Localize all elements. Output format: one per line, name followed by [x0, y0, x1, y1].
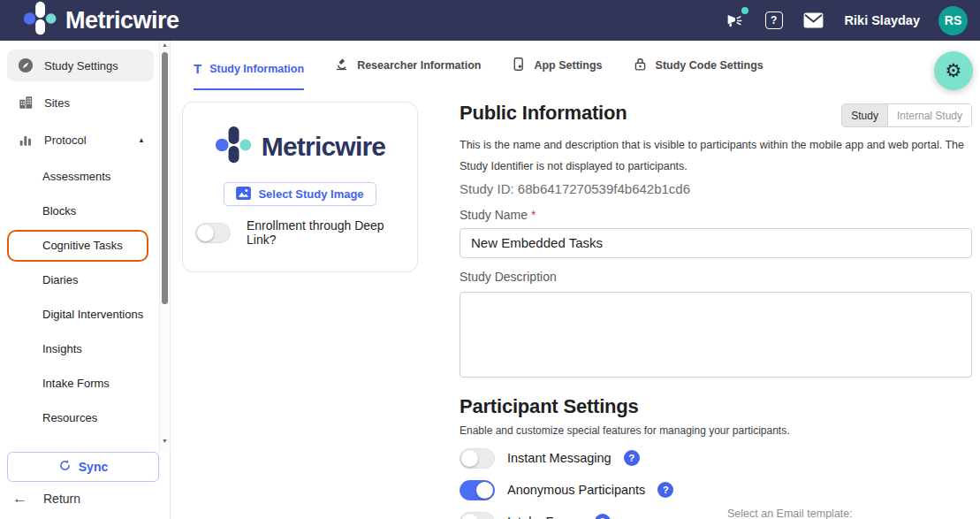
- microscope-icon: [334, 57, 349, 74]
- help-circle-icon[interactable]: ?: [624, 450, 640, 466]
- study-description-textarea[interactable]: [460, 292, 972, 378]
- intake-forms-row: Intake Forms ?: [460, 512, 972, 519]
- study-name-input[interactable]: [460, 228, 972, 258]
- study-id: Study ID: 68b6417270539f4b642b1cd6: [460, 181, 972, 196]
- sidebar-item-blocks[interactable]: Blocks: [7, 195, 154, 227]
- notification-dot: [741, 7, 748, 14]
- visibility-option-study[interactable]: Study: [842, 104, 888, 126]
- tab-app-settings[interactable]: App Settings: [511, 57, 602, 90]
- brand-logo[interactable]: Metricwire: [23, 1, 179, 40]
- main-panel: T Study Information Researcher Informati…: [171, 41, 980, 519]
- text-icon: T: [194, 61, 201, 76]
- avatar[interactable]: RS: [938, 6, 968, 35]
- top-header: Metricwire ? Riki Slayday RS: [0, 0, 980, 41]
- image-icon: [236, 187, 251, 202]
- help-circle-icon[interactable]: ?: [657, 482, 673, 498]
- intake-forms-toggle[interactable]: [460, 512, 495, 519]
- toggle-label: Anonymous Participants: [507, 483, 645, 497]
- tab-study-code-settings[interactable]: Study Code Settings: [633, 57, 763, 90]
- sidebar-item-cognitive-tasks[interactable]: Cognitive Tasks: [7, 230, 148, 262]
- sidebar-item-diaries[interactable]: Diaries: [7, 264, 154, 296]
- sidebar-item-protocol[interactable]: Protocol ▲: [7, 124, 154, 156]
- sidebar-item-digital-interventions[interactable]: Digital Interventions: [7, 299, 154, 331]
- toggle-label: Intake Forms: [507, 515, 582, 519]
- participant-settings-subtitle: Enable and customize special features fo…: [460, 424, 972, 437]
- sidebar-item-intake-forms[interactable]: Intake Forms: [7, 368, 154, 400]
- email-template-label: Select an Email template:: [727, 508, 853, 519]
- mobile-phone-icon: [511, 57, 526, 74]
- study-image-card: Metricwire Select Study Image Enrollment: [182, 102, 418, 272]
- select-study-image-button[interactable]: Select Study Image: [224, 182, 376, 206]
- help-circle-icon[interactable]: ?: [595, 514, 611, 519]
- tab-researcher-information[interactable]: Researcher Information: [334, 57, 481, 90]
- refresh-icon: [58, 459, 72, 475]
- brand-name: Metricwire: [65, 7, 179, 34]
- sidebar-nav: Study Settings Sites: [0, 41, 170, 446]
- study-information-content: Metricwire Select Study Image Enrollment: [171, 90, 980, 519]
- protocol-chart-icon: [18, 132, 34, 148]
- lock-icon: [633, 57, 648, 74]
- deep-link-toggle[interactable]: [195, 223, 231, 243]
- sidebar-item-label: Protocol: [44, 134, 87, 147]
- study-description-label: Study Description: [460, 270, 972, 284]
- required-asterisk: *: [531, 208, 536, 222]
- metricwire-flower-icon: [215, 126, 254, 168]
- settings-fab-button[interactable]: ⚙: [934, 51, 973, 90]
- scroll-up-icon[interactable]: ▲: [160, 42, 170, 48]
- sidebar-item-assessments[interactable]: Assessments: [7, 161, 154, 193]
- sidebar-item-resources[interactable]: Resources: [7, 402, 154, 434]
- return-button[interactable]: ← Return: [0, 489, 170, 519]
- help-icon[interactable]: ?: [763, 10, 785, 31]
- user-name[interactable]: Riki Slayday: [845, 13, 920, 27]
- deep-link-label: Enrollment through Deep Link?: [247, 218, 405, 247]
- scroll-down-icon[interactable]: ▼: [160, 438, 170, 444]
- scrollbar-thumb[interactable]: [162, 52, 168, 304]
- study-image-brand-text: Metricwire: [262, 132, 385, 162]
- public-information-description: This is the name and description that is…: [460, 134, 972, 178]
- gear-icon: ⚙: [946, 60, 962, 81]
- sidebar-item-label: Study Settings: [44, 59, 118, 73]
- anonymous-participants-toggle[interactable]: [460, 480, 495, 500]
- public-information-title: Public Information: [460, 102, 627, 125]
- sync-button[interactable]: Sync: [7, 452, 159, 482]
- public-information-section: Public Information Study Internal Study …: [460, 102, 972, 519]
- study-visibility-segmented: Study Internal Study: [841, 103, 972, 127]
- visibility-option-internal-study[interactable]: Internal Study: [888, 104, 971, 126]
- toggle-label: Instant Messaging: [507, 451, 612, 465]
- announcements-icon[interactable]: [724, 10, 745, 31]
- settings-tabbar: T Study Information Researcher Informati…: [171, 41, 980, 90]
- metricwire-flower-icon: [23, 1, 58, 40]
- sidebar-scrollbar[interactable]: ▲ ▼: [159, 41, 171, 452]
- instant-messaging-row: Instant Messaging ?: [460, 448, 972, 469]
- sidebar: Study Settings Sites: [0, 41, 171, 519]
- participant-settings-title: Participant Settings: [460, 395, 972, 418]
- study-name-label: Study Name*: [460, 208, 972, 222]
- sidebar-item-insights[interactable]: Insights: [7, 333, 154, 365]
- back-arrow-icon: ←: [12, 490, 27, 508]
- sidebar-item-sites[interactable]: Sites: [7, 87, 154, 118]
- metricwire-app: Metricwire ? Riki Slayday RS: [0, 0, 980, 519]
- anonymous-participants-row: Anonymous Participants ?: [460, 480, 972, 500]
- collapse-caret-icon[interactable]: ▲: [138, 136, 145, 144]
- sidebar-item-label: Sites: [44, 96, 70, 110]
- instant-messaging-toggle[interactable]: [460, 448, 495, 469]
- tab-study-information[interactable]: T Study Information: [194, 61, 304, 90]
- study-image-preview: Metricwire: [215, 126, 385, 168]
- sites-icon: [18, 95, 34, 111]
- messages-icon[interactable]: [803, 10, 824, 31]
- compass-icon: [18, 57, 34, 73]
- sidebar-item-study-settings[interactable]: Study Settings: [7, 50, 154, 81]
